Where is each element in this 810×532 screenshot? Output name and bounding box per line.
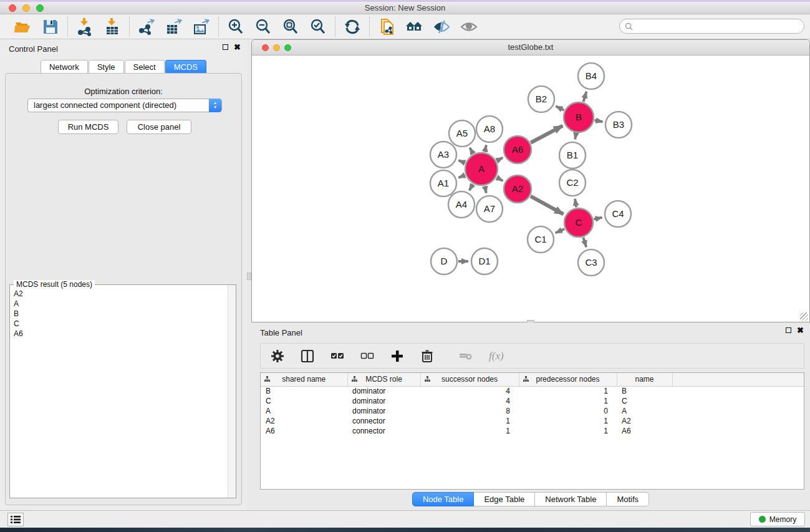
graph-edge-A-A2[interactable]	[497, 178, 503, 181]
eye-icon[interactable]	[460, 17, 478, 36]
float-panel-icon[interactable]	[223, 44, 228, 50]
search-input[interactable]	[636, 22, 804, 31]
table-row[interactable]: Cdominator41C	[261, 396, 804, 406]
vertical-splitter-handle[interactable]	[247, 273, 251, 280]
unchecked-boxes-icon[interactable]	[360, 349, 374, 363]
gear-icon[interactable]	[271, 349, 284, 363]
minimize-window-button[interactable]	[22, 4, 30, 12]
graph-edge-C-C2[interactable]	[575, 199, 576, 208]
graph-edge-A6-B[interactable]	[531, 126, 562, 143]
eye-slash-icon[interactable]	[432, 17, 451, 36]
tab-node-table[interactable]: Node Table	[412, 492, 475, 506]
trash-icon[interactable]	[420, 349, 434, 363]
graph-edge-A-A5[interactable]	[470, 148, 473, 154]
table-cell: B	[617, 386, 672, 396]
table-cell: A	[617, 406, 672, 416]
memory-button[interactable]: Memory	[750, 512, 805, 526]
network-window-titlebar[interactable]: testGlobe.txt	[252, 40, 809, 56]
graph-edge-A-A3[interactable]	[458, 160, 465, 163]
graph-edge-A2-C[interactable]	[531, 196, 563, 215]
graph-edge-A-A8[interactable]	[485, 145, 486, 152]
table-cell: 1	[420, 416, 519, 426]
graph-edge-A-A4[interactable]	[470, 184, 473, 190]
close-panel-button[interactable]: Close panel	[127, 120, 191, 134]
graph-edge-C-C1[interactable]	[556, 229, 564, 233]
graph-edge-C-C4[interactable]	[594, 218, 602, 220]
import-table-icon[interactable]	[103, 17, 122, 36]
close-panel-icon[interactable]: ✖	[234, 44, 241, 50]
search-box[interactable]	[619, 19, 804, 34]
tab-mcds[interactable]: MCDS	[165, 60, 206, 74]
run-mcds-button[interactable]: Run MCDS	[58, 120, 118, 134]
tab-edge-table[interactable]: Edge Table	[474, 492, 535, 506]
task-history-button[interactable]	[7, 513, 24, 526]
graph-node-label: D1	[478, 256, 490, 266]
graph-edge-A-A6[interactable]	[497, 158, 503, 161]
table-row[interactable]: Bdominator41B	[261, 386, 804, 396]
mcds-result-item[interactable]: A	[10, 299, 227, 309]
table-row[interactable]: A6connector11A6	[261, 426, 804, 436]
table-cell: A	[261, 406, 347, 416]
zoom-window-button[interactable]	[36, 4, 44, 12]
table-cell: A6	[617, 426, 672, 436]
column-header-name[interactable]: name	[617, 373, 672, 386]
graph-edge-A-A7[interactable]	[485, 186, 486, 193]
close-panel-icon[interactable]: ✖	[797, 327, 804, 333]
column-header-shared-name[interactable]: shared name	[261, 373, 347, 386]
export-network-icon[interactable]	[137, 17, 156, 36]
graph-edge-B-B4[interactable]	[584, 92, 587, 102]
column-header-MCDS-role[interactable]: MCDS role	[347, 373, 420, 386]
zoom-selected-icon[interactable]	[309, 17, 327, 36]
mcds-result-item[interactable]: B	[10, 309, 227, 319]
zoom-fit-icon[interactable]	[281, 17, 300, 36]
zoom-out-icon[interactable]	[254, 17, 272, 36]
column-header-predecessor-nodes[interactable]: predecessor nodes	[519, 373, 617, 386]
graph-node-label: C4	[612, 208, 624, 219]
split-columns-icon[interactable]	[301, 349, 314, 363]
graph-edge-B-B3[interactable]	[595, 120, 603, 122]
float-panel-icon[interactable]	[786, 327, 791, 333]
scrollbar-track[interactable]	[228, 285, 236, 498]
export-table-icon[interactable]	[165, 17, 183, 36]
export-image-icon[interactable]	[192, 17, 211, 36]
open-session-icon[interactable]	[14, 17, 32, 36]
zoom-in-icon[interactable]	[226, 17, 245, 36]
criterion-select[interactable]: largest connected component (directed) ▲…	[27, 99, 222, 112]
import-network-icon[interactable]	[75, 17, 94, 36]
plus-icon[interactable]	[390, 349, 404, 363]
tab-network-table[interactable]: Network Table	[535, 492, 607, 506]
graph-edge-B-B1[interactable]	[575, 133, 576, 140]
minimize-network-button[interactable]	[273, 44, 280, 51]
window-resize-grip[interactable]	[800, 312, 808, 321]
tab-style[interactable]: Style	[89, 60, 124, 74]
tab-network[interactable]: Network	[41, 60, 88, 74]
graph-edge-C-C3[interactable]	[583, 238, 586, 247]
refresh-layout-icon[interactable]	[343, 17, 362, 36]
save-session-icon[interactable]	[41, 17, 60, 36]
mcds-result-item[interactable]: C	[10, 319, 227, 329]
column-header-successor-nodes[interactable]: successor nodes	[420, 373, 519, 386]
graph-node-label: C3	[585, 257, 597, 268]
close-network-button[interactable]	[262, 44, 269, 51]
table-panel-title: Table Panel	[260, 328, 302, 337]
table-row[interactable]: Adominator80A	[261, 406, 804, 416]
table-cell: 1	[519, 416, 617, 426]
network-canvas[interactable]: B4B2BB3A8A5A6A3B1AC2A1A2A4A7C4CC1DD1C3	[253, 56, 809, 322]
tab-motifs[interactable]: Motifs	[607, 492, 649, 506]
graph-edge-B-B2[interactable]	[556, 106, 564, 110]
close-window-button[interactable]	[9, 4, 16, 12]
tab-select[interactable]: Select	[125, 60, 165, 74]
select-stepper-icon: ▲▼	[209, 99, 221, 112]
table-row[interactable]: A2connector11A2	[261, 416, 804, 426]
checked-boxes-icon[interactable]	[330, 349, 344, 363]
zoom-network-button[interactable]	[284, 44, 291, 51]
houses-icon[interactable]	[405, 17, 423, 36]
network-title: testGlobe.txt	[252, 40, 809, 55]
mcds-result-item[interactable]: A6	[10, 329, 227, 339]
mcds-result-item[interactable]: A2	[10, 289, 227, 299]
graph-edge-A-A1[interactable]	[458, 175, 465, 178]
table-cell: A6	[261, 426, 347, 436]
table-cell: 8	[420, 406, 519, 416]
network-document-icon[interactable]	[377, 17, 396, 36]
graph-node-label: C2	[566, 177, 578, 188]
